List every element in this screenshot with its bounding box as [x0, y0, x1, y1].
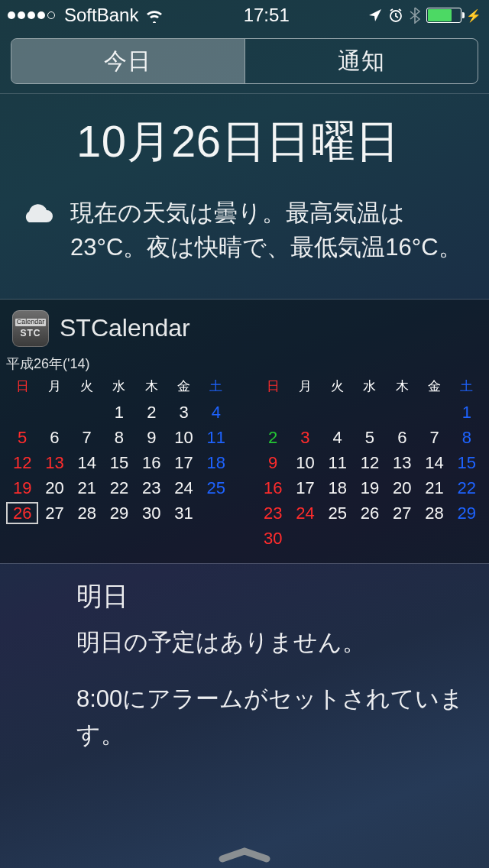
calendar-day[interactable]: 7 — [418, 426, 450, 449]
widget-title: STCalendar — [60, 314, 190, 342]
calendar-day[interactable]: 8 — [103, 426, 135, 449]
calendar-day[interactable]: 21 — [418, 477, 450, 499]
calendar-day[interactable]: 14 — [418, 452, 450, 474]
wifi-icon — [144, 8, 164, 23]
calendar-day[interactable]: 19 — [354, 477, 386, 499]
calendar-day[interactable]: 9 — [257, 452, 289, 474]
calendar-day[interactable]: 11 — [200, 426, 232, 449]
stcalendar-widget: Calendar STC STCalendar 平成26年('14) 日月火水木… — [0, 300, 489, 563]
dow-label: 金 — [418, 376, 450, 397]
calendar-day[interactable]: 3 — [167, 401, 199, 423]
calendar-day[interactable]: 12 — [354, 452, 386, 474]
calendar-day[interactable]: 23 — [257, 502, 289, 524]
icon-text-top: Calendar — [15, 319, 47, 326]
calendar-day[interactable]: 27 — [38, 502, 70, 524]
calendar-day[interactable]: 27 — [386, 502, 418, 524]
status-bar: SoftBank 17:51 ⚡ — [0, 0, 489, 31]
dow-label: 土 — [451, 376, 483, 397]
calendar-day[interactable]: 26 — [354, 502, 386, 524]
calendar-day[interactable]: 30 — [135, 502, 167, 524]
calendar-day[interactable]: 17 — [289, 477, 321, 499]
calendar-day[interactable]: 10 — [289, 452, 321, 474]
calendar-day[interactable]: 6 — [386, 426, 418, 449]
stcalendar-app-icon[interactable]: Calendar STC — [12, 310, 49, 347]
calendar-day[interactable]: 17 — [167, 452, 199, 474]
calendar-day[interactable]: 7 — [71, 426, 103, 449]
battery-icon: ⚡ — [426, 8, 481, 23]
calendar-day[interactable]: 25 — [322, 502, 354, 524]
calendar-day[interactable]: 13 — [386, 452, 418, 474]
date-heading: 10月26日日曜日 — [0, 94, 489, 196]
carrier-label: SoftBank — [64, 5, 138, 26]
dow-label: 月 — [38, 376, 70, 397]
tomorrow-body: 明日の予定はありません。 8:00にアラームがセットされています。 — [0, 625, 489, 790]
weather-text: 現在の天気は曇り。最高気温は23°C。夜は快晴で、最低気温16°C。 — [70, 196, 468, 265]
bluetooth-icon — [410, 7, 420, 24]
calendar-day[interactable]: 18 — [322, 477, 354, 499]
dow-label: 土 — [200, 376, 232, 397]
calendar-day[interactable]: 13 — [38, 452, 70, 474]
calendar-month-right[interactable]: 日月火水木金土 12345678910111213141516171819202… — [257, 376, 483, 549]
dow-label: 水 — [103, 376, 135, 397]
calendar-day[interactable]: 15 — [103, 452, 135, 474]
tomorrow-no-events: 明日の予定はありません。 — [76, 625, 468, 661]
calendar-day[interactable]: 20 — [386, 477, 418, 499]
dow-label: 木 — [135, 376, 167, 397]
calendar-day[interactable]: 29 — [103, 502, 135, 524]
calendar-month-left[interactable]: 日月火水木金土 12345678910111213141516171819202… — [6, 376, 232, 549]
calendar-day[interactable]: 8 — [451, 426, 483, 449]
calendar-day[interactable]: 3 — [289, 426, 321, 449]
calendar-day[interactable]: 9 — [135, 426, 167, 449]
dow-label: 火 — [71, 376, 103, 397]
calendar-day[interactable]: 22 — [451, 477, 483, 499]
calendar-day[interactable]: 19 — [6, 477, 38, 499]
segmented-control: 今日 通知 — [0, 31, 489, 93]
calendar-day[interactable]: 1 — [451, 401, 483, 423]
calendar-day[interactable]: 4 — [322, 426, 354, 449]
cloud-icon — [17, 196, 55, 227]
calendar-day[interactable]: 30 — [257, 527, 289, 549]
calendar-day[interactable]: 2 — [135, 401, 167, 423]
calendar-day[interactable]: 28 — [71, 502, 103, 524]
calendar-day[interactable]: 2 — [257, 426, 289, 449]
calendar-day[interactable]: 21 — [71, 477, 103, 499]
calendar-day[interactable]: 1 — [103, 401, 135, 423]
calendar-day[interactable]: 28 — [418, 502, 450, 524]
calendar-day[interactable]: 10 — [167, 426, 199, 449]
calendar-day[interactable]: 16 — [257, 477, 289, 499]
calendar-day[interactable]: 14 — [71, 452, 103, 474]
dow-label: 日 — [6, 376, 38, 397]
calendar-day[interactable]: 22 — [103, 477, 135, 499]
tab-notifications[interactable]: 通知 — [244, 39, 478, 83]
clock: 17:51 — [244, 5, 290, 26]
calendar-day[interactable]: 6 — [38, 426, 70, 449]
calendar-day[interactable]: 31 — [167, 502, 199, 524]
calendar-day[interactable]: 26 — [6, 502, 38, 524]
tab-today[interactable]: 今日 — [11, 39, 244, 83]
location-icon — [368, 8, 382, 22]
calendar-day[interactable]: 16 — [135, 452, 167, 474]
calendar-day[interactable]: 23 — [135, 477, 167, 499]
calendar-day[interactable]: 20 — [38, 477, 70, 499]
calendar-day[interactable]: 5 — [354, 426, 386, 449]
tomorrow-heading: 明日 — [0, 564, 489, 625]
signal-strength-icon — [8, 11, 55, 19]
status-right: ⚡ — [368, 7, 481, 24]
calendar-day[interactable]: 18 — [200, 452, 232, 474]
calendar-two-month: 日月火水木金土 12345678910111213141516171819202… — [0, 376, 489, 563]
calendar-day[interactable]: 4 — [200, 401, 232, 423]
calendar-day[interactable]: 24 — [167, 477, 199, 499]
calendar-day[interactable]: 12 — [6, 452, 38, 474]
alarm-icon — [388, 8, 403, 23]
era-year-label: 平成26年('14) — [0, 355, 489, 376]
calendar-day[interactable]: 5 — [6, 426, 38, 449]
dow-label: 金 — [167, 376, 199, 397]
calendar-day[interactable]: 25 — [200, 477, 232, 499]
dow-label: 日 — [257, 376, 289, 397]
tomorrow-alarm: 8:00にアラームがセットされています。 — [76, 682, 468, 753]
calendar-day[interactable]: 24 — [289, 502, 321, 524]
pull-handle-icon[interactable] — [218, 847, 271, 863]
calendar-day[interactable]: 29 — [451, 502, 483, 524]
calendar-day[interactable]: 15 — [451, 452, 483, 474]
calendar-day[interactable]: 11 — [322, 452, 354, 474]
